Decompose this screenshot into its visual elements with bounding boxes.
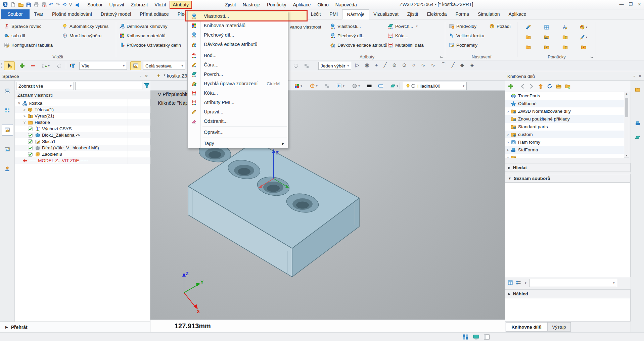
new-folder-icon[interactable]: [565, 84, 570, 89]
tree-expander-icon[interactable]: ∨: [17, 101, 21, 105]
menu-item-knihovna-materi-l-[interactable]: Knihovna materiálů: [188, 21, 288, 30]
library-row[interactable]: >Rám formy: [505, 138, 624, 146]
panel-layout-icon[interactable]: [484, 334, 490, 341]
tree-row[interactable]: ∨kostka: [15, 100, 150, 106]
scroll-up-icon[interactable]: ▲: [624, 92, 629, 95]
play-icon[interactable]: ▷: [355, 62, 359, 68]
menu-item-upravit-[interactable]: Upravit...: [188, 107, 288, 116]
back-icon[interactable]: [520, 84, 525, 89]
tree-row[interactable]: Zaoblení8: [15, 151, 150, 157]
dialog-launcher-icon[interactable]: [552, 55, 556, 60]
grid-snap-icon[interactable]: [302, 61, 311, 70]
new-document-icon[interactable]: [10, 2, 16, 7]
target-icon[interactable]: ▾: [307, 82, 320, 90]
section-nahled[interactable]: ▶Náhled: [505, 289, 631, 298]
print-plus-icon[interactable]: [41, 2, 47, 7]
lasso-select-icon[interactable]: [54, 61, 64, 70]
segment-icon[interactable]: ╱: [452, 62, 455, 68]
checkbox-checked-icon[interactable]: [28, 126, 33, 132]
dialog-launcher-icon[interactable]: [440, 55, 444, 60]
dialog-launcher-icon[interactable]: [590, 55, 594, 60]
tab-knihovna-dilu[interactable]: Knihovna dílů: [506, 322, 547, 332]
ribbon-button[interactable]: Povrch...▾: [388, 23, 424, 30]
ribbon-tab-forma[interactable]: Forma: [451, 9, 473, 19]
scope-icon[interactable]: [130, 61, 141, 70]
render-manager-icon[interactable]: [2, 144, 13, 155]
ribbon-button[interactable]: Poznámky: [449, 42, 484, 48]
assembly-tree-icon[interactable]: [2, 105, 13, 116]
surface2-icon[interactable]: ◈: [470, 62, 474, 68]
tree-row[interactable]: ----- MODEL Z...VIT ZDE -----: [15, 157, 150, 164]
arc-icon[interactable]: ⌒: [441, 62, 446, 68]
file-list-area[interactable]: [505, 183, 631, 277]
file-filter-dropdown[interactable]: ▾: [529, 279, 617, 287]
tool-chartfold-icon[interactable]: 〃: [537, 45, 556, 50]
tree-row[interactable]: Skica1: [15, 138, 150, 145]
forward-icon[interactable]: [529, 84, 534, 89]
ribbon-button[interactable]: Plechový díl...: [330, 32, 387, 39]
ribbon-tab-2[interactable]: Drátový model: [96, 9, 135, 19]
spline-icon[interactable]: ∿: [431, 62, 435, 68]
tree-row[interactable]: Y✦Výchozí CSYS: [15, 126, 150, 132]
tool-palette-icon[interactable]: ▾: [574, 25, 593, 30]
up-folder-icon[interactable]: [538, 84, 543, 89]
color-grid-icon[interactable]: ▾: [291, 82, 305, 90]
menu-item-tagy[interactable]: Tagy▶: [188, 139, 288, 148]
ribbon-tab-1[interactable]: Plošné modelování: [48, 9, 96, 19]
tree-row[interactable]: Díra1(Vůle_V...hloubení M8): [15, 145, 150, 151]
thumbnail-view-icon[interactable]: [508, 280, 513, 286]
surface-icon[interactable]: ◆: [460, 62, 464, 68]
circle-icon[interactable]: ○: [412, 62, 415, 68]
visual-manager-icon[interactable]: [2, 124, 13, 136]
ribbon-button[interactable]: IFPrůvodce Uživatelsky defin: [119, 42, 181, 48]
list-view-icon[interactable]: [516, 280, 521, 286]
menubar-item-aplikace[interactable]: Aplikace: [289, 1, 314, 9]
show-filter-dropdown[interactable]: Zobrazit vše▾: [16, 82, 74, 90]
minimize-icon[interactable]: —: [619, 2, 624, 7]
no-entry-icon[interactable]: [291, 61, 300, 70]
ribbon-button[interactable]: Velikost kroku: [449, 32, 484, 39]
menu-item-vlastnosti-[interactable]: Vlastnosti...: [188, 11, 288, 21]
ribbon-button[interactable]: Množina výběru: [62, 32, 108, 39]
ribbon-button[interactable]: ␣Mutabilní data: [388, 42, 424, 48]
no-entry-icon[interactable]: ⊘: [392, 62, 397, 68]
ribbon-tab-pmi[interactable]: PMI: [325, 9, 342, 19]
add-library-icon[interactable]: [508, 84, 513, 89]
add-selection-icon[interactable]: [17, 61, 27, 70]
grid-view-icon[interactable]: [462, 334, 469, 341]
tree-row[interactable]: Blok1_Základna ->: [15, 132, 150, 138]
menu-item-opravit-[interactable]: Opravit...: [188, 128, 288, 137]
select-pointer-icon[interactable]: [4, 61, 15, 70]
selection-filter-icon[interactable]: [68, 61, 77, 70]
scroll-down-icon[interactable]: ▼: [624, 154, 629, 157]
tool-abcfold-icon[interactable]: ab: [537, 35, 556, 40]
redo-icon[interactable]: ↷: [56, 2, 60, 7]
menu-item-rychl-prava-zobrazen-[interactable]: Rychlá úprava zobrazeníCtrl+M: [188, 79, 288, 88]
scrollbar[interactable]: ▲ ▼: [624, 92, 629, 158]
sphere-icon[interactable]: ▾: [349, 82, 363, 90]
ribbon-tab-simulation[interactable]: Simulation: [473, 9, 504, 19]
role-manager-icon[interactable]: [2, 163, 13, 175]
tree-expander-icon[interactable]: >: [22, 114, 27, 118]
menubar-item-pomůcky[interactable]: Pomůcky: [264, 1, 290, 9]
ribbon-button[interactable]: Vlastnosti...: [330, 23, 387, 30]
black-rect-icon[interactable]: [365, 82, 374, 90]
menubar-item-vložit[interactable]: Vložit: [151, 1, 169, 9]
ribbon-button[interactable]: sub-díl: [4, 32, 53, 39]
section-icon[interactable]: H▾: [334, 82, 347, 90]
section-hledat[interactable]: ▶Hledat: [505, 163, 631, 172]
tool-penlink-icon[interactable]: [519, 25, 537, 30]
filter-funnel-icon[interactable]: [144, 83, 150, 90]
tree-row[interactable]: ∨Historie: [15, 119, 150, 126]
print-icon[interactable]: [34, 2, 39, 7]
layers-icon[interactable]: [633, 132, 643, 142]
ribbon-button[interactable]: Předvolby: [449, 23, 484, 30]
menubar-item-zobrazit[interactable]: Zobrazit: [128, 1, 151, 9]
open-file-icon[interactable]: [18, 2, 24, 7]
tool-fonta-icon[interactable]: A: [556, 25, 574, 30]
qat-more-icon[interactable]: ⊽: [69, 2, 73, 7]
menubar-item-nápověda[interactable]: Nápověda: [332, 1, 360, 9]
plus-icon[interactable]: +: [375, 62, 378, 68]
tree-row[interactable]: >ΣVýraz(21): [15, 113, 150, 119]
save-icon[interactable]: [26, 2, 31, 7]
